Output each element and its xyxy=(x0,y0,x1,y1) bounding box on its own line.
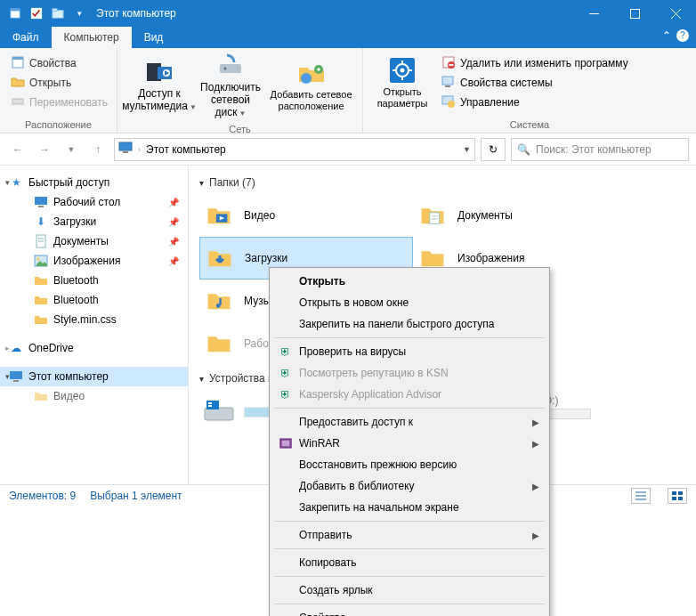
qat-properties-icon[interactable] xyxy=(5,4,25,22)
help-icon[interactable]: ? xyxy=(676,29,689,42)
folder-documents[interactable]: Документы xyxy=(413,194,627,237)
ctx-separator xyxy=(274,521,545,522)
svg-rect-49 xyxy=(205,408,233,420)
svg-rect-56 xyxy=(672,491,676,495)
qat-dropdown-icon[interactable]: ▾ xyxy=(69,4,89,22)
address-dropdown-icon[interactable]: ▼ xyxy=(463,145,471,154)
ribbon-manage[interactable]: Управление xyxy=(440,93,630,112)
tab-computer[interactable]: Компьютер xyxy=(52,27,132,48)
picture-icon xyxy=(34,254,48,268)
tree-bt1[interactable]: Bluetooth xyxy=(0,271,188,290)
ribbon-open[interactable]: Открыть xyxy=(7,74,111,93)
tab-view[interactable]: Вид xyxy=(132,27,176,48)
section-folders[interactable]: ▾Папки (7) xyxy=(199,176,685,189)
ctx-library[interactable]: Добавить в библиотеку▶ xyxy=(272,475,546,497)
ctx-share[interactable]: Предоставить доступ к▶ xyxy=(272,411,546,433)
properties-icon xyxy=(11,55,25,72)
svg-rect-57 xyxy=(678,491,683,495)
ctx-scan[interactable]: ⛨Проверить на вирусы xyxy=(272,341,546,362)
svg-point-21 xyxy=(401,69,405,73)
tree-onedrive[interactable]: ☁OneDrive xyxy=(0,338,188,358)
ribbon-map-drive[interactable]: Подключитьсетевой диск▼ xyxy=(199,52,262,118)
ctx-open-new[interactable]: Открыть в новом окне xyxy=(272,292,546,313)
svg-rect-34 xyxy=(123,151,128,153)
svg-rect-29 xyxy=(442,77,453,85)
pin-icon: 📌 xyxy=(168,256,179,266)
qat-checkbox-icon[interactable] xyxy=(27,4,46,22)
chevron-right-icon[interactable]: › xyxy=(138,145,141,154)
address-bar[interactable]: › Этот компьютер ▼ xyxy=(114,138,475,161)
ctx-copy[interactable]: Копировать xyxy=(272,552,546,573)
status-count: Элементов: 9 xyxy=(9,490,76,502)
search-placeholder: Поиск: Этот компьютер xyxy=(536,143,651,156)
desktop-icon xyxy=(34,195,48,209)
tree-bt2[interactable]: Bluetooth xyxy=(0,290,188,310)
search-box[interactable]: 🔍 Поиск: Этот компьютер xyxy=(511,138,689,161)
tree-desktop[interactable]: Рабочий стол📌 xyxy=(0,192,188,212)
tree-videos-cut[interactable]: Видео xyxy=(0,386,188,406)
folder-videos[interactable]: Видео xyxy=(199,194,413,237)
ribbon-sysprops[interactable]: Свойства системы xyxy=(440,74,630,93)
ribbon-properties[interactable]: Свойства xyxy=(7,54,111,73)
ctx-restore[interactable]: Восстановить прежнюю версию xyxy=(272,454,546,475)
ctx-winrar[interactable]: WinRAR▶ xyxy=(272,433,546,454)
tree-css[interactable]: Style.min.css xyxy=(0,310,188,329)
pin-icon: 📌 xyxy=(168,217,179,227)
folder-icon xyxy=(34,312,48,327)
refresh-button[interactable]: ↻ xyxy=(481,138,506,161)
tree-downloads[interactable]: ⬇Загрузки📌 xyxy=(0,212,188,231)
ctx-ksn[interactable]: ⛨Посмотреть репутацию в KSN xyxy=(272,362,546,384)
tab-file[interactable]: Файл xyxy=(0,27,52,48)
ribbon-open-label: Открыть xyxy=(29,77,71,89)
ctx-shortcut[interactable]: Создать ярлык xyxy=(272,580,546,601)
close-button[interactable] xyxy=(655,0,696,27)
ribbon-uninstall[interactable]: Удалить или изменить программу xyxy=(440,54,630,73)
svg-rect-43 xyxy=(13,380,19,382)
svg-rect-30 xyxy=(445,85,450,87)
svg-rect-36 xyxy=(38,206,44,207)
svg-point-16 xyxy=(224,68,227,70)
view-icons-button[interactable] xyxy=(668,488,687,504)
submenu-arrow-icon: ▶ xyxy=(532,482,539,491)
download-icon: ⬇ xyxy=(34,215,48,229)
nav-recent-dropdown[interactable]: ▼ xyxy=(61,139,82,160)
shield-icon: ⛨ xyxy=(278,344,294,360)
desktop-folder-icon xyxy=(203,328,235,360)
tree-thispc-label: Этот компьютер xyxy=(28,370,109,383)
svg-rect-10 xyxy=(12,57,23,60)
submenu-arrow-icon: ▶ xyxy=(532,417,539,427)
qat-newfolder-icon[interactable] xyxy=(48,4,68,22)
add-location-icon xyxy=(297,59,326,87)
ctx-pin-start[interactable]: Закрепить на начальном экране xyxy=(272,497,546,518)
breadcrumb-thispc[interactable]: Этот компьютер xyxy=(146,143,226,156)
ribbon-collapse-icon[interactable]: ⌃ xyxy=(662,29,671,42)
uninstall-icon xyxy=(441,55,456,72)
nav-up-button[interactable]: ↑ xyxy=(87,139,109,160)
chevron-down-icon: ▾ xyxy=(199,374,204,384)
ctx-open[interactable]: Открыть xyxy=(272,271,546,292)
nav-back-button[interactable]: ← xyxy=(7,139,28,160)
ribbon-open-params[interactable]: Открытьпараметры xyxy=(370,56,434,109)
ctx-kaa[interactable]: ⛨Kaspersky Application Advisor xyxy=(272,384,546,405)
tree-documents[interactable]: Документы📌 xyxy=(0,231,188,251)
title-bar: ▾ Этот компьютер xyxy=(0,0,696,27)
ribbon-manage-label: Управление xyxy=(460,96,520,109)
ctx-properties[interactable]: Свойства xyxy=(272,607,546,616)
folder-icon xyxy=(34,273,48,288)
map-drive-icon xyxy=(216,52,245,80)
view-details-button[interactable] xyxy=(631,488,651,504)
submenu-arrow-icon: ▶ xyxy=(532,531,539,540)
tree-downloads-label: Загрузки xyxy=(53,215,96,228)
videos-folder-icon xyxy=(203,199,235,231)
ribbon-add-location[interactable]: Добавить сетевоерасположение xyxy=(267,59,355,111)
submenu-arrow-icon: ▶ xyxy=(532,439,539,449)
tree-quick-access[interactable]: ★Быстрый доступ xyxy=(0,173,188,192)
ctx-sendto[interactable]: Отправить▶ xyxy=(272,524,546,546)
tree-pictures[interactable]: Изображения📌 xyxy=(0,251,188,271)
tree-this-pc[interactable]: Этот компьютер xyxy=(0,367,188,386)
ctx-share-label: Предоставить доступ к xyxy=(299,416,413,428)
maximize-button[interactable] xyxy=(614,0,655,27)
ctx-pin-quick[interactable]: Закрепить на панели быстрого доступа xyxy=(272,313,546,335)
ribbon-media-access[interactable]: Доступ кмультимедиа▼ xyxy=(125,58,194,113)
minimize-button[interactable] xyxy=(573,0,614,27)
